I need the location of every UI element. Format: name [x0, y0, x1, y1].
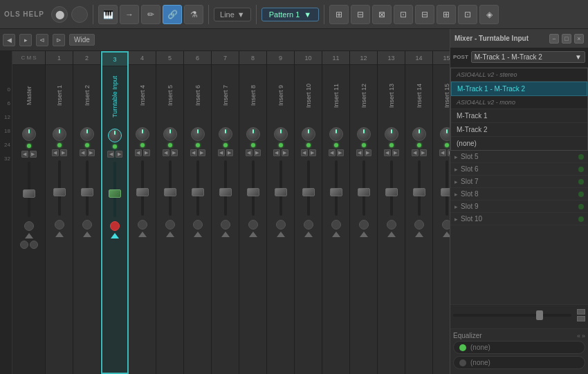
- nav-back[interactable]: ◀: [3, 34, 15, 46]
- ch5-arrow[interactable]: [166, 232, 174, 237]
- ch13-knob[interactable]: [385, 127, 398, 141]
- ch3-rec-btn[interactable]: [110, 221, 120, 231]
- popup-close[interactable]: ×: [574, 34, 584, 44]
- ch13-arrow[interactable]: [387, 232, 396, 237]
- ch11-circle[interactable]: [331, 220, 341, 230]
- ch2-arrow-right[interactable]: ▶: [88, 149, 95, 156]
- master-knob-pan[interactable]: [22, 127, 36, 141]
- slot-7[interactable]: ▸ Slot 7: [450, 176, 588, 188]
- master-fader-handle[interactable]: [23, 189, 35, 198]
- ch8-arrow[interactable]: [249, 232, 257, 237]
- ch5-fader-handle[interactable]: [164, 188, 176, 196]
- ch14-knob[interactable]: [412, 127, 426, 141]
- ch14-arrow[interactable]: [415, 232, 423, 237]
- circle-btn-2[interactable]: [71, 6, 88, 23]
- ch9-fader-handle[interactable]: [275, 188, 287, 196]
- ch3-arrow-right[interactable]: ▶: [116, 151, 122, 158]
- ch13-fader-handle[interactable]: [385, 188, 398, 196]
- ch11-arrow-left[interactable]: ◀: [329, 149, 336, 156]
- tool-f[interactable]: ⊞: [437, 5, 456, 24]
- ch3-arrow[interactable]: [111, 233, 119, 239]
- nav-prev[interactable]: ⊲: [36, 34, 48, 46]
- ch14-arrow-left[interactable]: ◀: [412, 149, 419, 156]
- ch2-circle[interactable]: [82, 220, 92, 230]
- ch10-knob[interactable]: [302, 127, 315, 141]
- link-btn[interactable]: 🔗: [163, 5, 182, 24]
- ch7-arrow-right[interactable]: ▶: [226, 149, 233, 156]
- ch6-knob[interactable]: [191, 127, 205, 141]
- ch10-fader-handle[interactable]: [302, 188, 315, 196]
- ch1-arrow-right[interactable]: ▶: [60, 149, 67, 156]
- ch8-knob[interactable]: [246, 127, 260, 141]
- tool-c[interactable]: ⊠: [372, 5, 392, 24]
- ch12-arrow[interactable]: [360, 232, 368, 237]
- popup-maximize[interactable]: □: [562, 34, 571, 44]
- ch8-fader-handle[interactable]: [247, 188, 259, 196]
- ch4-fader-handle[interactable]: [136, 188, 149, 196]
- ch9-arrow[interactable]: [277, 232, 285, 237]
- master-send-l[interactable]: [20, 241, 28, 249]
- slot-8[interactable]: ▸ Slot 8: [450, 188, 588, 200]
- ch1-knob[interactable]: [53, 127, 66, 141]
- popup-minimize[interactable]: −: [549, 34, 559, 44]
- ch15-fader-handle[interactable]: [441, 188, 450, 196]
- ch7-arrow-left[interactable]: ◀: [218, 149, 225, 156]
- ch7-fader-handle[interactable]: [219, 188, 232, 196]
- ch14-fader-handle[interactable]: [413, 188, 425, 196]
- ch7-circle[interactable]: [221, 220, 230, 230]
- ch7-arrow[interactable]: [221, 232, 230, 237]
- ch14-circle[interactable]: [414, 220, 424, 230]
- ch15-arrow[interactable]: [443, 232, 450, 237]
- ch8-arrow-right[interactable]: ▶: [254, 149, 261, 156]
- ch8-circle[interactable]: [248, 220, 258, 230]
- none-dropdown-2[interactable]: (none): [453, 356, 585, 369]
- ch8-arrow-left[interactable]: ◀: [246, 149, 252, 156]
- ch1-arrow[interactable]: [55, 232, 64, 237]
- eq-arrow-left[interactable]: «: [577, 333, 580, 339]
- ch1-circle[interactable]: [55, 220, 64, 230]
- ch11-arrow[interactable]: [332, 232, 340, 237]
- ch6-arrow-left[interactable]: ◀: [190, 149, 197, 156]
- dropdown-none[interactable]: (none): [451, 137, 587, 151]
- dropdown-mtrack-12[interactable]: M-Track 1 - M-Track 2: [451, 82, 587, 96]
- dropdown-mtrack-1[interactable]: M-Track 1: [451, 109, 587, 123]
- fader-ctrl-2[interactable]: [577, 316, 585, 321]
- ch13-arrow-right[interactable]: ▶: [392, 149, 399, 156]
- tool-a[interactable]: ⊞: [329, 5, 349, 24]
- ch1-arrow-left[interactable]: ◀: [52, 149, 59, 156]
- ch15-arrow-left[interactable]: ◀: [439, 149, 446, 156]
- ch4-arrow-left[interactable]: ◀: [135, 149, 142, 156]
- ch5-circle[interactable]: [165, 220, 175, 230]
- ch2-arrow-left[interactable]: ◀: [80, 149, 86, 156]
- ch12-arrow-right[interactable]: ▶: [365, 149, 371, 156]
- fader-ctrl-1[interactable]: [577, 309, 585, 315]
- master-arrow-right[interactable]: ▶: [30, 151, 37, 158]
- ch14-arrow-right[interactable]: ▶: [420, 149, 427, 156]
- ch15-arrow-right[interactable]: ▶: [448, 149, 450, 156]
- ch5-arrow-right[interactable]: ▶: [171, 149, 178, 156]
- tool-h[interactable]: ◈: [479, 5, 499, 24]
- ch13-circle[interactable]: [387, 220, 396, 230]
- ch7-knob[interactable]: [219, 127, 232, 141]
- pencil-btn[interactable]: ✏: [141, 5, 160, 24]
- ch6-arrow[interactable]: [194, 232, 202, 237]
- none-dropdown-1[interactable]: (none): [453, 341, 585, 354]
- ch10-arrow-right[interactable]: ▶: [309, 149, 316, 156]
- ch4-knob[interactable]: [136, 127, 149, 141]
- ch9-knob[interactable]: [274, 127, 288, 141]
- slot-9[interactable]: ▸ Slot 9: [450, 200, 588, 213]
- master-send-r[interactable]: [30, 241, 38, 249]
- ch9-arrow-right[interactable]: ▶: [282, 149, 288, 156]
- circle-btn-1[interactable]: ⬤: [51, 6, 68, 23]
- slot-6[interactable]: ▸ Slot 6: [450, 163, 588, 176]
- ch2-fader-handle[interactable]: [81, 188, 93, 196]
- ch9-circle[interactable]: [276, 220, 286, 230]
- flask-btn[interactable]: ⚗: [184, 5, 203, 24]
- ch3-fader-handle[interactable]: [109, 189, 121, 198]
- mini-fader-handle[interactable]: [536, 310, 543, 320]
- tool-d[interactable]: ⊡: [394, 5, 413, 24]
- ch4-circle[interactable]: [138, 220, 147, 230]
- ch5-arrow-left[interactable]: ◀: [163, 149, 169, 156]
- ch4-arrow[interactable]: [138, 232, 147, 237]
- ch6-circle[interactable]: [193, 220, 203, 230]
